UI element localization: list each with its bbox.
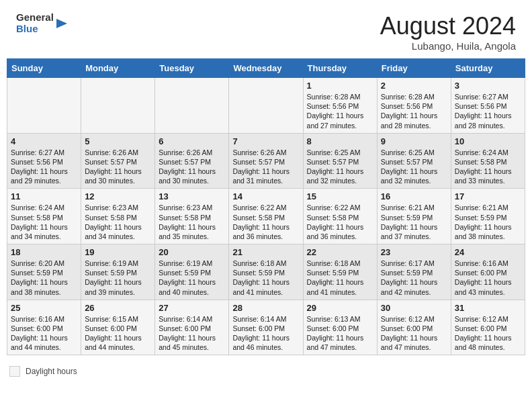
day-number: 14 [232,191,299,201]
footer-legend: Daylight hours [0,362,532,381]
logo-chevron-icon [55,17,67,30]
day-number: 13 [159,191,225,201]
day-cell-25: 25Sunrise: 6:16 AM Sunset: 6:00 PM Dayli… [7,300,81,355]
day-cell-31: 31Sunrise: 6:12 AM Sunset: 6:00 PM Dayli… [451,300,525,355]
title-block: August 2024 Lubango, Huila, Angola [380,12,516,52]
day-header-sunday: Sunday [7,59,81,78]
day-number: 1 [307,81,373,91]
day-cell-11: 11Sunrise: 6:24 AM Sunset: 5:58 PM Dayli… [7,189,81,244]
day-number: 27 [159,303,225,313]
day-cell-27: 27Sunrise: 6:14 AM Sunset: 6:00 PM Dayli… [155,300,229,355]
calendar-table: SundayMondayTuesdayWednesdayThursdayFrid… [7,58,525,355]
day-cell-5: 5Sunrise: 6:26 AM Sunset: 5:57 PM Daylig… [81,133,155,189]
day-cell-9: 9Sunrise: 6:25 AM Sunset: 5:57 PM Daylig… [377,133,451,189]
day-number: 31 [455,303,521,313]
day-info: Sunrise: 6:20 AM Sunset: 5:59 PM Dayligh… [11,259,77,297]
day-cell-28: 28Sunrise: 6:14 AM Sunset: 6:00 PM Dayli… [229,300,303,355]
day-info: Sunrise: 6:28 AM Sunset: 5:56 PM Dayligh… [381,92,447,130]
day-cell-13: 13Sunrise: 6:23 AM Sunset: 5:58 PM Dayli… [155,189,229,244]
day-header-friday: Friday [377,59,451,78]
empty-cell [229,78,303,134]
logo-container: General Blue [16,12,67,34]
day-header-wednesday: Wednesday [229,59,303,78]
day-info: Sunrise: 6:12 AM Sunset: 6:00 PM Dayligh… [381,314,447,353]
day-info: Sunrise: 6:25 AM Sunset: 5:57 PM Dayligh… [381,148,447,186]
day-header-thursday: Thursday [303,59,377,78]
day-number: 29 [307,303,373,313]
day-cell-17: 17Sunrise: 6:21 AM Sunset: 5:59 PM Dayli… [451,189,525,244]
week-row-3: 11Sunrise: 6:24 AM Sunset: 5:58 PM Dayli… [7,189,525,244]
day-number: 22 [307,247,373,257]
day-cell-29: 29Sunrise: 6:13 AM Sunset: 6:00 PM Dayli… [303,300,377,355]
day-number: 7 [232,136,299,146]
day-cell-30: 30Sunrise: 6:12 AM Sunset: 6:00 PM Dayli… [377,300,451,355]
day-cell-26: 26Sunrise: 6:15 AM Sunset: 6:00 PM Dayli… [81,300,155,355]
day-cell-24: 24Sunrise: 6:16 AM Sunset: 6:00 PM Dayli… [451,244,525,300]
day-info: Sunrise: 6:24 AM Sunset: 5:58 PM Dayligh… [11,203,77,241]
day-info: Sunrise: 6:19 AM Sunset: 5:59 PM Dayligh… [159,259,225,297]
day-cell-10: 10Sunrise: 6:24 AM Sunset: 5:58 PM Dayli… [451,133,525,189]
day-number: 4 [11,136,77,146]
day-info: Sunrise: 6:26 AM Sunset: 5:57 PM Dayligh… [159,148,225,186]
day-info: Sunrise: 6:18 AM Sunset: 5:59 PM Dayligh… [307,259,373,297]
day-cell-19: 19Sunrise: 6:19 AM Sunset: 5:59 PM Dayli… [81,244,155,300]
day-number: 5 [85,136,151,146]
day-info: Sunrise: 6:23 AM Sunset: 5:58 PM Dayligh… [85,203,151,241]
day-cell-4: 4Sunrise: 6:27 AM Sunset: 5:56 PM Daylig… [7,133,81,189]
day-cell-2: 2Sunrise: 6:28 AM Sunset: 5:56 PM Daylig… [377,78,451,134]
day-info: Sunrise: 6:14 AM Sunset: 6:00 PM Dayligh… [232,314,299,353]
legend-label: Daylight hours [26,367,77,376]
calendar-subtitle: Lubango, Huila, Angola [380,40,516,52]
day-info: Sunrise: 6:23 AM Sunset: 5:58 PM Dayligh… [159,203,225,241]
day-cell-15: 15Sunrise: 6:22 AM Sunset: 5:58 PM Dayli… [303,189,377,244]
day-cell-18: 18Sunrise: 6:20 AM Sunset: 5:59 PM Dayli… [7,244,81,300]
day-info: Sunrise: 6:17 AM Sunset: 5:59 PM Dayligh… [381,259,447,297]
day-info: Sunrise: 6:24 AM Sunset: 5:58 PM Dayligh… [455,148,521,186]
svg-marker-0 [56,19,67,28]
day-number: 17 [455,191,521,201]
day-cell-21: 21Sunrise: 6:18 AM Sunset: 5:59 PM Dayli… [229,244,303,300]
day-cell-20: 20Sunrise: 6:19 AM Sunset: 5:59 PM Dayli… [155,244,229,300]
logo-general-text: General [16,12,54,24]
day-info: Sunrise: 6:26 AM Sunset: 5:57 PM Dayligh… [85,148,151,186]
day-number: 30 [381,303,447,313]
day-info: Sunrise: 6:18 AM Sunset: 5:59 PM Dayligh… [232,259,299,297]
day-header-saturday: Saturday [451,59,525,78]
day-number: 24 [455,247,521,257]
day-info: Sunrise: 6:13 AM Sunset: 6:00 PM Dayligh… [307,314,373,353]
day-number: 15 [307,191,373,201]
day-cell-16: 16Sunrise: 6:21 AM Sunset: 5:59 PM Dayli… [377,189,451,244]
day-number: 11 [11,191,77,201]
day-number: 26 [85,303,151,313]
day-cell-6: 6Sunrise: 6:26 AM Sunset: 5:57 PM Daylig… [155,133,229,189]
day-number: 23 [381,247,447,257]
day-number: 3 [455,81,521,91]
empty-cell [155,78,229,134]
day-info: Sunrise: 6:14 AM Sunset: 6:00 PM Dayligh… [159,314,225,353]
day-header-tuesday: Tuesday [155,59,229,78]
day-cell-7: 7Sunrise: 6:26 AM Sunset: 5:57 PM Daylig… [229,133,303,189]
day-info: Sunrise: 6:16 AM Sunset: 6:00 PM Dayligh… [11,314,77,353]
day-number: 6 [159,136,225,146]
day-info: Sunrise: 6:22 AM Sunset: 5:58 PM Dayligh… [307,203,373,241]
empty-cell [7,78,81,134]
day-number: 19 [85,247,151,257]
day-number: 25 [11,303,77,313]
day-info: Sunrise: 6:27 AM Sunset: 5:56 PM Dayligh… [455,92,521,130]
day-info: Sunrise: 6:21 AM Sunset: 5:59 PM Dayligh… [381,203,447,241]
day-number: 10 [455,136,521,146]
empty-cell [81,78,155,134]
day-number: 16 [381,191,447,201]
day-cell-23: 23Sunrise: 6:17 AM Sunset: 5:59 PM Dayli… [377,244,451,300]
logo-blue-text: Blue [16,24,54,35]
week-row-5: 25Sunrise: 6:16 AM Sunset: 6:00 PM Dayli… [7,300,525,355]
day-cell-8: 8Sunrise: 6:25 AM Sunset: 5:57 PM Daylig… [303,133,377,189]
day-number: 12 [85,191,151,201]
day-number: 2 [381,81,447,91]
legend-box [9,366,20,377]
header-row: SundayMondayTuesdayWednesdayThursdayFrid… [7,59,525,78]
day-info: Sunrise: 6:19 AM Sunset: 5:59 PM Dayligh… [85,259,151,297]
day-number: 21 [232,247,299,257]
day-number: 9 [381,136,447,146]
day-cell-12: 12Sunrise: 6:23 AM Sunset: 5:58 PM Dayli… [81,189,155,244]
